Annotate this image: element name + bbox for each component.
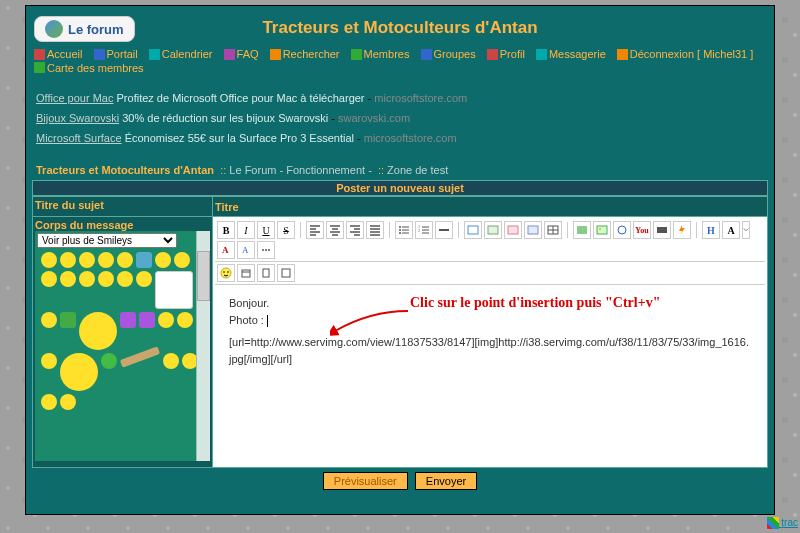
svg-point-2 bbox=[399, 232, 401, 234]
svg-rect-14 bbox=[657, 227, 667, 233]
map-icon bbox=[34, 62, 45, 73]
smiley-icon[interactable] bbox=[139, 312, 155, 328]
smiley-scrollbar[interactable] bbox=[196, 231, 210, 461]
smiley-icon[interactable] bbox=[60, 271, 76, 287]
smiley-icon[interactable] bbox=[163, 353, 179, 369]
align-center-button[interactable] bbox=[326, 221, 344, 239]
list-ol-button[interactable]: 12 bbox=[415, 221, 433, 239]
ad-link[interactable]: Office pour Mac bbox=[36, 92, 113, 104]
smiley-icon[interactable] bbox=[101, 353, 117, 369]
smiley-anim-icon[interactable] bbox=[60, 353, 98, 391]
align-left-button[interactable] bbox=[306, 221, 324, 239]
portal-icon bbox=[94, 49, 105, 60]
smiley-icon[interactable] bbox=[136, 271, 152, 287]
bat-icon[interactable] bbox=[120, 347, 160, 368]
emoji-button[interactable] bbox=[217, 264, 235, 282]
editor-text-line: Photo : bbox=[229, 312, 751, 329]
smiley-icon[interactable] bbox=[41, 271, 57, 287]
smiley-icon[interactable] bbox=[41, 252, 57, 268]
hidden-button[interactable] bbox=[524, 221, 542, 239]
nav-faq[interactable]: FAQ bbox=[224, 48, 259, 60]
subject-input[interactable] bbox=[242, 199, 572, 214]
strike-button[interactable]: S bbox=[277, 221, 295, 239]
crumb-root[interactable]: Tracteurs et Motoculteurs d'Antan bbox=[36, 164, 214, 176]
editor-toolbar: B I U S 12 bbox=[215, 219, 765, 262]
smiley-icon[interactable] bbox=[41, 394, 57, 410]
svg-point-17 bbox=[262, 249, 264, 251]
smiley-icon[interactable] bbox=[158, 312, 174, 328]
hr-button[interactable] bbox=[435, 221, 453, 239]
list-ul-button[interactable] bbox=[395, 221, 413, 239]
video-button[interactable] bbox=[653, 221, 671, 239]
underline-button[interactable]: U bbox=[257, 221, 275, 239]
crumb-zone[interactable]: Zone de test bbox=[387, 164, 448, 176]
date-button[interactable] bbox=[237, 264, 255, 282]
smiley-select[interactable]: Voir plus de Smileys bbox=[37, 233, 177, 248]
smiley-icon[interactable] bbox=[117, 271, 133, 287]
ad-link[interactable]: Bijoux Swarovski bbox=[36, 112, 119, 124]
svg-text:A: A bbox=[242, 245, 249, 255]
nav-portail[interactable]: Portail bbox=[94, 48, 138, 60]
svg-text:2: 2 bbox=[418, 228, 420, 233]
annotation-arrow-icon bbox=[330, 309, 410, 339]
smiley-icon[interactable] bbox=[60, 394, 76, 410]
nav-messagerie[interactable]: Messagerie bbox=[536, 48, 606, 60]
editor-toolbar-2 bbox=[215, 262, 765, 285]
smiley-icon[interactable] bbox=[155, 252, 171, 268]
more-button[interactable] bbox=[257, 241, 275, 259]
crumb-forum[interactable]: Le Forum - Fonctionnement - bbox=[229, 164, 371, 176]
smiley-icon[interactable] bbox=[177, 312, 193, 328]
smiley-icon[interactable] bbox=[79, 252, 95, 268]
nav-deconnexion[interactable]: Déconnexion [ Michel31 ] bbox=[617, 48, 754, 60]
smiley-icon[interactable] bbox=[60, 252, 76, 268]
smiley-icon[interactable] bbox=[117, 252, 133, 268]
bold-button[interactable]: B bbox=[217, 221, 235, 239]
flash-button[interactable] bbox=[673, 221, 691, 239]
forum-logo[interactable]: Le forum bbox=[34, 16, 135, 42]
italic-button[interactable]: I bbox=[237, 221, 255, 239]
smiley-big-icon[interactable] bbox=[79, 312, 117, 350]
nav-profil[interactable]: Profil bbox=[487, 48, 525, 60]
align-justify-button[interactable] bbox=[366, 221, 384, 239]
nav-rechercher[interactable]: Rechercher bbox=[270, 48, 340, 60]
preview-button[interactable]: Prévisualiser bbox=[323, 472, 408, 490]
font-button[interactable]: A bbox=[237, 241, 255, 259]
nav-calendrier[interactable]: Calendrier bbox=[149, 48, 213, 60]
nav-membres[interactable]: Membres bbox=[351, 48, 410, 60]
image-host-button[interactable] bbox=[573, 221, 591, 239]
code-button[interactable] bbox=[484, 221, 502, 239]
image-button[interactable] bbox=[593, 221, 611, 239]
submit-button[interactable]: Envoyer bbox=[415, 472, 477, 490]
smiley-flag-icon[interactable] bbox=[155, 271, 193, 309]
svg-text:A: A bbox=[222, 245, 229, 255]
smiley-icon[interactable] bbox=[41, 312, 57, 328]
table-button[interactable] bbox=[544, 221, 562, 239]
message-textarea[interactable]: Bonjour. Photo : [url=http://www.servimg… bbox=[215, 285, 765, 465]
smiley-icon[interactable] bbox=[136, 252, 152, 268]
smiley-icon[interactable] bbox=[60, 312, 76, 328]
text-cursor bbox=[267, 315, 268, 327]
quote-button[interactable] bbox=[464, 221, 482, 239]
heading-button[interactable]: H bbox=[702, 221, 720, 239]
smiley-icon[interactable] bbox=[120, 312, 136, 328]
align-right-button[interactable] bbox=[346, 221, 364, 239]
font-size-button[interactable]: A bbox=[722, 221, 740, 239]
nav-carte[interactable]: Carte des membres bbox=[34, 62, 144, 74]
svg-point-18 bbox=[265, 249, 267, 251]
smiley-icon[interactable] bbox=[98, 271, 114, 287]
youtube-button[interactable]: You bbox=[633, 221, 651, 239]
svg-rect-8 bbox=[528, 226, 538, 234]
spoiler-button[interactable] bbox=[504, 221, 522, 239]
smiley-icon[interactable] bbox=[174, 252, 190, 268]
paste-button[interactable] bbox=[257, 264, 275, 282]
smiley-icon[interactable] bbox=[79, 271, 95, 287]
corner-link[interactable]: trac bbox=[767, 517, 798, 529]
color-button[interactable]: A bbox=[217, 241, 235, 259]
toggle-mode-button[interactable] bbox=[277, 264, 295, 282]
ad-link[interactable]: Microsoft Surface bbox=[36, 132, 122, 144]
nav-accueil[interactable]: Accueil bbox=[34, 48, 82, 60]
link-button[interactable] bbox=[613, 221, 631, 239]
smiley-icon[interactable] bbox=[98, 252, 114, 268]
smiley-icon[interactable] bbox=[41, 353, 57, 369]
nav-groupes[interactable]: Groupes bbox=[421, 48, 476, 60]
